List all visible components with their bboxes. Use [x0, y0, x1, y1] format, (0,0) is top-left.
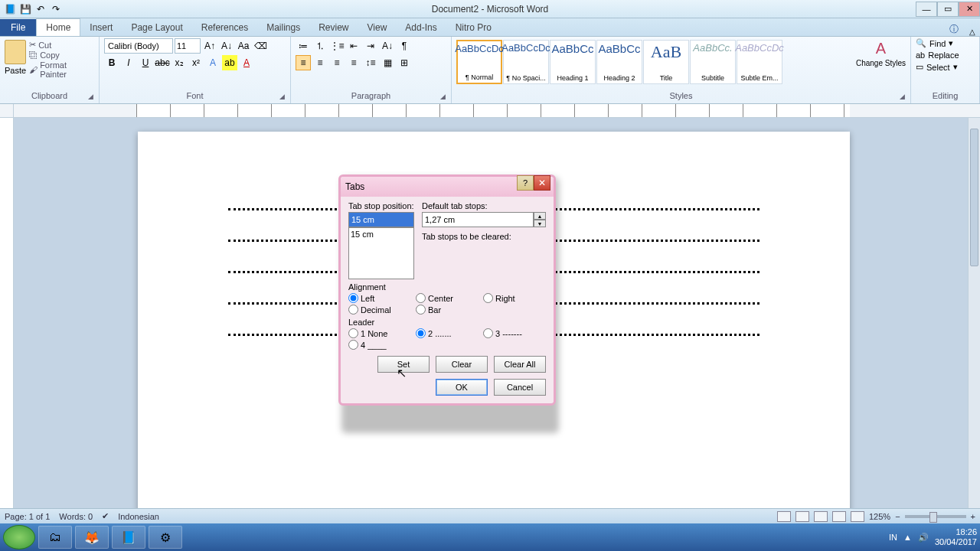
status-language[interactable]: Indonesian [118, 512, 159, 521]
zoom-level[interactable]: 125% [869, 512, 890, 521]
tab-view[interactable]: View [358, 19, 397, 36]
superscript-button[interactable]: x² [188, 55, 204, 70]
text-effects-button[interactable]: A [205, 55, 220, 70]
tab-nitro-pro[interactable]: Nitro Pro [446, 19, 501, 36]
view-print-layout-button[interactable] [777, 511, 791, 522]
horizontal-ruler[interactable] [136, 104, 850, 117]
style-no-spacing[interactable]: AaBbCcDc¶ No Spaci... [503, 40, 549, 84]
help-icon[interactable]: ⓘ [949, 23, 959, 36]
change-case-button[interactable]: Aa [236, 38, 251, 54]
taskbar-app[interactable]: ⚙ [149, 526, 182, 549]
close-button[interactable]: ✕ [959, 2, 980, 17]
minimize-ribbon-icon[interactable]: △ [969, 28, 975, 36]
proofing-icon[interactable]: ✔ [102, 511, 109, 521]
align-center-button[interactable]: ≡ [312, 55, 328, 70]
shading-button[interactable]: ▦ [380, 55, 395, 70]
taskbar-firefox[interactable]: 🦊 [75, 526, 109, 549]
spin-down-icon[interactable]: ▼ [534, 220, 546, 227]
alignment-bar-radio[interactable]: Bar [416, 305, 479, 315]
zoom-in-button[interactable]: + [971, 512, 975, 521]
save-button[interactable]: 💾 [18, 2, 32, 16]
subscript-button[interactable]: x₂ [172, 55, 187, 70]
replace-button[interactable]: abReplace [916, 51, 975, 60]
status-page[interactable]: Page: 1 of 1 [5, 512, 50, 521]
italic-button[interactable]: I [121, 55, 136, 70]
multilevel-button[interactable]: ⋮≡ [329, 38, 345, 54]
underline-button[interactable]: U [138, 55, 153, 70]
borders-button[interactable]: ⊞ [397, 55, 412, 70]
font-size-select[interactable] [175, 38, 201, 54]
align-left-button[interactable]: ≡ [296, 55, 311, 70]
ok-button[interactable]: OK [436, 379, 488, 396]
set-button[interactable]: Set [377, 356, 430, 373]
cancel-button[interactable]: Cancel [494, 379, 546, 396]
tab-references[interactable]: References [192, 19, 257, 36]
default-tab-stops-spinner[interactable]: ▲▼ [422, 212, 546, 227]
line-spacing-button[interactable]: ↕≡ [363, 55, 378, 70]
taskbar-explorer[interactable]: 🗂 [38, 526, 72, 549]
leader-underline-radio[interactable]: 4 ____ [348, 340, 411, 350]
alignment-decimal-radio[interactable]: Decimal [348, 305, 411, 315]
ruler-corner[interactable] [0, 104, 14, 118]
increase-indent-button[interactable]: ⇥ [363, 38, 378, 54]
select-button[interactable]: ▭Select ▾ [916, 62, 975, 72]
scrollbar-thumb[interactable] [970, 129, 978, 266]
maximize-button[interactable]: ▭ [937, 2, 959, 17]
zoom-slider[interactable] [905, 515, 966, 518]
tab-review[interactable]: Review [309, 19, 358, 36]
tab-page-layout[interactable]: Page Layout [122, 19, 191, 36]
shrink-font-button[interactable]: A↓ [219, 38, 234, 54]
paste-button[interactable]: Paste [5, 40, 26, 75]
leader-none-radio[interactable]: 1 None [348, 328, 411, 338]
default-tab-stops-input[interactable] [422, 212, 534, 227]
tab-file[interactable]: File [0, 19, 36, 36]
grow-font-button[interactable]: A↑ [202, 38, 217, 54]
tab-insert[interactable]: Insert [80, 19, 122, 36]
dialog-close-button[interactable]: ✕ [534, 175, 550, 191]
undo-button[interactable]: ↶ [34, 2, 47, 16]
bold-button[interactable]: B [104, 55, 119, 70]
vertical-scrollbar[interactable] [968, 118, 980, 508]
strikethrough-button[interactable]: abc [155, 55, 170, 70]
style-title[interactable]: AaBTitle [643, 40, 689, 84]
style-subtle-em[interactable]: AaBbCcDcSubtle Em... [737, 40, 782, 84]
tray-lang[interactable]: IN [889, 533, 897, 542]
tab-mailings[interactable]: Mailings [257, 19, 309, 36]
decrease-indent-button[interactable]: ⇤ [346, 38, 361, 54]
justify-button[interactable]: ≡ [346, 55, 361, 70]
word-icon[interactable]: 📘 [3, 2, 17, 16]
font-name-select[interactable] [104, 38, 173, 54]
dialog-launcher-icon[interactable]: ◢ [88, 93, 97, 102]
alignment-right-radio[interactable]: Right [483, 293, 546, 303]
style-normal[interactable]: AaBbCcDc¶ Normal [456, 40, 502, 84]
tray-clock[interactable]: 18:26 30/04/2017 [935, 527, 977, 547]
dialog-help-button[interactable]: ? [517, 175, 534, 191]
leader-dots-radio[interactable]: 2 ....... [416, 328, 479, 338]
font-color-button[interactable]: A [239, 55, 254, 70]
sort-button[interactable]: A↓ [380, 38, 395, 54]
taskbar-word[interactable]: 📘 [112, 526, 145, 549]
vertical-ruler[interactable] [0, 118, 14, 536]
status-words[interactable]: Words: 0 [59, 512, 93, 521]
leader-dashes-radio[interactable]: 3 ------- [483, 328, 546, 338]
redo-button[interactable]: ↷ [49, 2, 63, 16]
clear-all-button[interactable]: Clear All [494, 356, 546, 373]
clear-formatting-button[interactable]: ⌫ [253, 38, 268, 54]
tray-network-icon[interactable]: 🔊 [918, 533, 929, 543]
dialog-titlebar[interactable]: Tabs ? ✕ [341, 177, 554, 197]
view-draft-button[interactable] [851, 511, 864, 522]
spin-up-icon[interactable]: ▲ [534, 212, 546, 220]
start-button[interactable] [3, 525, 35, 549]
clear-button[interactable]: Clear [436, 356, 488, 373]
alignment-center-radio[interactable]: Center [416, 293, 479, 303]
show-marks-button[interactable]: ¶ [397, 38, 412, 54]
tab-home[interactable]: Home [36, 18, 80, 36]
dialog-launcher-icon[interactable]: ◢ [440, 93, 449, 102]
tab-stop-position-input[interactable] [348, 212, 414, 227]
format-painter-button[interactable]: 🖌Format Painter [29, 60, 94, 79]
cut-button[interactable]: ✂Cut [29, 40, 94, 50]
style-subtitle[interactable]: AaBbCc.Subtitle [690, 40, 736, 84]
dialog-launcher-icon[interactable]: ◢ [900, 93, 909, 102]
style-heading1[interactable]: AaBbCcHeading 1 [550, 40, 596, 84]
minimize-button[interactable]: — [916, 2, 937, 17]
